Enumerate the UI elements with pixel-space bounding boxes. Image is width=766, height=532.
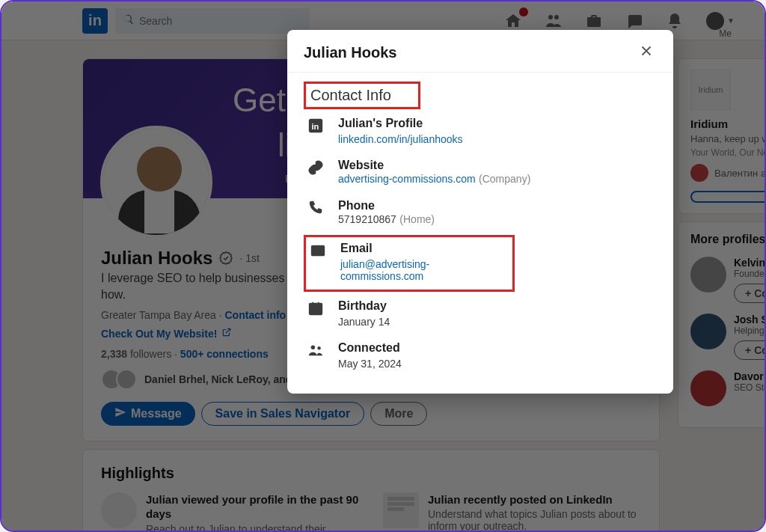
svg-point-5	[311, 346, 316, 350]
phone-suffix: (Home)	[399, 213, 435, 225]
modal-title: Julian Hooks	[304, 44, 396, 61]
email-label: Email	[340, 242, 505, 255]
close-button[interactable]	[636, 42, 657, 63]
info-row-birthday: Birthday January 14	[304, 292, 657, 334]
info-row-connected: Connected May 31, 2024	[304, 334, 657, 376]
info-row-phone: Phone 5719210867 (Home)	[304, 192, 657, 232]
svg-rect-3	[310, 304, 322, 315]
phone-number: 5719210867	[338, 213, 396, 225]
svg-point-6	[317, 346, 320, 349]
info-row-email: Email julian@advertising-commissions.com	[304, 235, 515, 292]
birthday-text: January 14	[338, 316, 390, 328]
profile-link[interactable]: linkedin.com/in/julianhooks	[338, 133, 463, 145]
email-icon	[309, 242, 327, 260]
close-icon	[638, 43, 655, 62]
phone-label: Phone	[338, 199, 435, 213]
website-label: Website	[338, 159, 530, 172]
svg-rect-4	[312, 308, 314, 311]
connected-label: Connected	[338, 341, 402, 355]
birthday-label: Birthday	[338, 299, 390, 313]
people-icon	[307, 341, 325, 359]
linkedin-icon: in	[307, 117, 325, 135]
website-suffix: (Company)	[479, 173, 530, 185]
info-row-website: Website advertising-commissions.com (Com…	[304, 151, 657, 192]
svg-text:in: in	[312, 122, 319, 131]
info-row-profile: in Julian's Profile linkedin.com/in/juli…	[304, 109, 657, 151]
link-icon	[307, 159, 325, 177]
contact-info-modal: Julian Hooks Contact Info in Julian's Pr…	[287, 30, 673, 394]
calendar-icon	[307, 299, 325, 317]
profile-label: Julian's Profile	[338, 117, 463, 130]
email-link[interactable]: julian@advertising-commissions.com	[340, 258, 505, 282]
phone-icon	[307, 199, 325, 217]
website-link[interactable]: advertising-commissions.com	[338, 173, 476, 185]
contact-info-heading: Contact Info	[304, 82, 420, 109]
connected-text: May 31, 2024	[338, 358, 402, 370]
